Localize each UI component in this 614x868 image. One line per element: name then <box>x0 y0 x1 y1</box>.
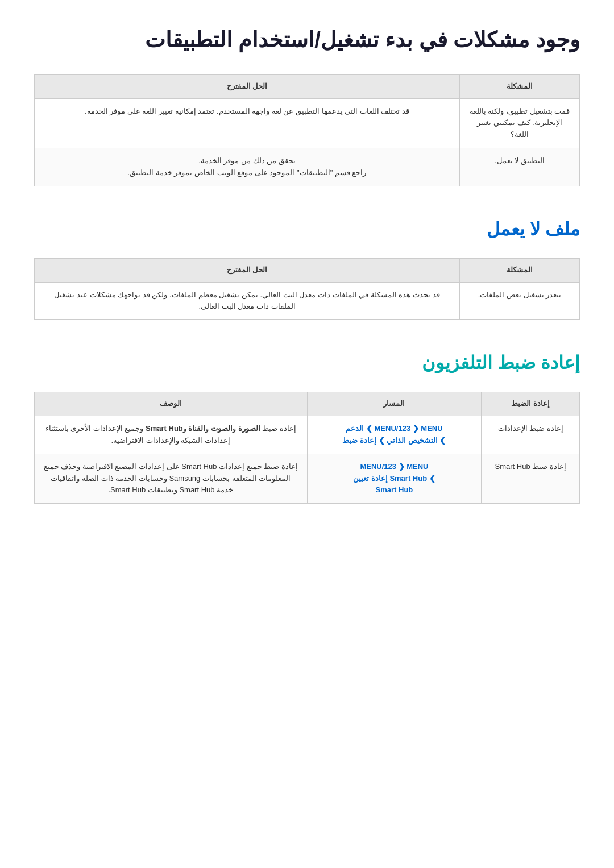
table-row: إعادة ضبط Smart Hub MENU/123 ❯ MENU ❯ Sm… <box>35 454 580 503</box>
file-section-title: ملف لا يعمل <box>34 215 580 247</box>
reset-table: إعادة الضبط المسار الوصف إعادة ضبط الإعد… <box>34 392 580 504</box>
file-header-problem: المشكلة <box>460 258 580 282</box>
reset-desc-1: إعادة ضبط الصورة والصوت والقناة وSmart H… <box>35 416 308 454</box>
file-header-solution: الحل المقترح <box>35 258 460 282</box>
page-title: وجود مشكلات في بدء تشغيل/استخدام التطبيق… <box>34 23 580 57</box>
file-problem-1: يتعذر تشغيل بعض الملفات. <box>460 282 580 320</box>
reset-section-title: إعادة ضبط التلفزيون <box>34 348 580 380</box>
reset-desc-2: إعادة ضبط جميع إعدادات Smart Hub على إعد… <box>35 454 308 503</box>
apps-solution-2: تحقق من ذلك من موفر الخدمة. راجع قسم "ال… <box>35 148 460 186</box>
menu-path-line-1: MENU/123 ❯ MENU ❯ الدعم <box>316 423 474 435</box>
menu-path-line-4: ❯ Smart Hub إعادة تعيين <box>316 473 474 485</box>
main-title-section: وجود مشكلات في بدء تشغيل/استخدام التطبيق… <box>34 23 580 57</box>
menu-path-line-3: MENU/123 ❯ MENU <box>316 461 474 473</box>
apps-solution-1: قد تختلف اللغات التي يدعمها التطبيق عن ل… <box>35 98 460 148</box>
menu-path-line-2: ❯ التشخيص الذاتي ❯ إعادة ضبط <box>316 435 474 447</box>
reset-header-path: المسار <box>307 392 482 416</box>
table-row: إعادة ضبط الإعدادات MENU/123 ❯ MENU ❯ ال… <box>35 416 580 454</box>
table-row: قمت بتشغيل تطبيق، ولكنه باللغة الإنجليزي… <box>35 98 580 148</box>
menu-path-line-5: Smart Hub <box>316 484 474 496</box>
table-row: التطبيق لا يعمل. تحقق من ذلك من موفر الخ… <box>35 148 580 186</box>
reset-label-1: إعادة ضبط الإعدادات <box>482 416 580 454</box>
reset-header-reset: إعادة الضبط <box>482 392 580 416</box>
file-section: ملف لا يعمل المشكلة الحل المقترح يتعذر ت… <box>34 215 580 321</box>
apps-problem-1: قمت بتشغيل تطبيق، ولكنه باللغة الإنجليزي… <box>460 98 580 148</box>
reset-header-desc: الوصف <box>35 392 308 416</box>
reset-path-1: MENU/123 ❯ MENU ❯ الدعم ❯ التشخيص الذاتي… <box>307 416 482 454</box>
file-table: المشكلة الحل المقترح يتعذر تشغيل بعض الم… <box>34 258 580 320</box>
reset-path-2: MENU/123 ❯ MENU ❯ Smart Hub إعادة تعيين … <box>307 454 482 503</box>
file-solution-1: قد تحدث هذه المشكلة في الملفات ذات معدل … <box>35 282 460 320</box>
apps-header-problem: المشكلة <box>460 74 580 98</box>
apps-section: المشكلة الحل المقترح قمت بتشغيل تطبيق، و… <box>34 74 580 186</box>
apps-table: المشكلة الحل المقترح قمت بتشغيل تطبيق، و… <box>34 74 580 186</box>
apps-header-solution: الحل المقترح <box>35 74 460 98</box>
reset-section: إعادة ضبط التلفزيون إعادة الضبط المسار ا… <box>34 348 580 504</box>
table-row: يتعذر تشغيل بعض الملفات. قد تحدث هذه الم… <box>35 282 580 320</box>
apps-problem-2: التطبيق لا يعمل. <box>460 148 580 186</box>
reset-label-2: إعادة ضبط Smart Hub <box>482 454 580 503</box>
